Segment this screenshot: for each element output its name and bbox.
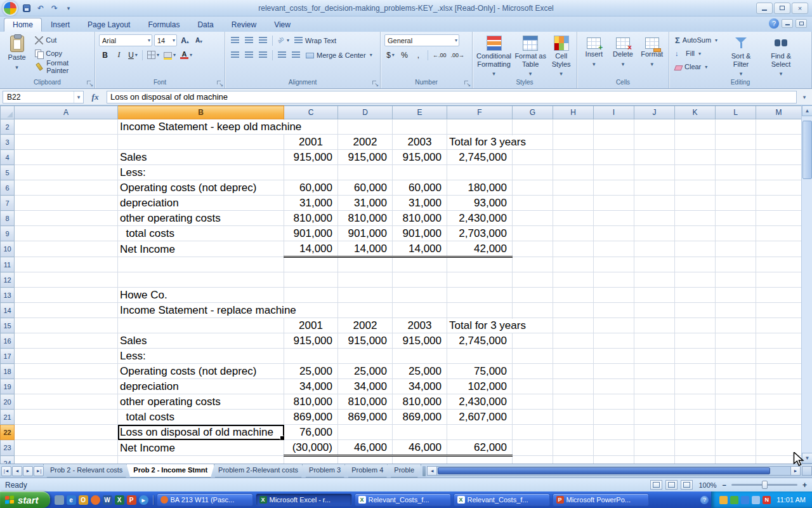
cell-D7[interactable]: 31,000 xyxy=(338,196,393,211)
cell-L21[interactable] xyxy=(716,410,756,425)
column-header-E[interactable]: E xyxy=(393,106,447,119)
cell-E10[interactable]: 14,000 xyxy=(393,241,447,257)
grow-font-button[interactable]: A xyxy=(179,34,191,46)
top-align-button[interactable] xyxy=(229,34,241,46)
workbook-minimize-button[interactable] xyxy=(782,19,793,28)
decrease-decimal-button[interactable]: .00→ xyxy=(450,49,466,61)
row-header-13[interactable]: 13 xyxy=(1,288,15,303)
sheet-tab-proble[interactable]: Proble xyxy=(387,464,421,478)
cell-F6[interactable]: 180,000 xyxy=(447,180,513,196)
cell-H7[interactable] xyxy=(553,196,594,211)
underline-button[interactable]: U xyxy=(127,49,139,61)
cell-I2[interactable] xyxy=(594,119,634,135)
column-header-J[interactable]: J xyxy=(634,106,675,119)
cell-I6[interactable] xyxy=(594,180,634,196)
cell-A4[interactable] xyxy=(15,150,118,165)
column-header-M[interactable]: M xyxy=(756,106,802,119)
ribbon-tab-formulas[interactable]: Formulas xyxy=(139,18,188,32)
cell-H15[interactable] xyxy=(553,318,594,333)
cell-F11[interactable] xyxy=(447,257,513,272)
cell-D2[interactable] xyxy=(338,119,393,135)
cell-M11[interactable] xyxy=(756,257,802,272)
cell-D24[interactable] xyxy=(338,456,393,464)
zoom-slider-thumb[interactable] xyxy=(762,481,768,489)
vertical-scrollbar-thumb[interactable] xyxy=(802,121,812,179)
cell-F20[interactable]: 2,430,000 xyxy=(447,394,513,410)
cell-C21[interactable]: 869,000 xyxy=(284,410,338,425)
cell-D9[interactable]: 901,000 xyxy=(338,226,393,241)
cell-C9[interactable]: 901,000 xyxy=(284,226,338,241)
cell-K9[interactable] xyxy=(675,226,716,241)
cell-H20[interactable] xyxy=(553,394,594,410)
shrink-font-button[interactable]: A xyxy=(193,34,205,46)
cell-J13[interactable] xyxy=(634,288,675,303)
cell-I16[interactable] xyxy=(594,333,634,349)
cell-H6[interactable] xyxy=(553,180,594,196)
sort-filter-button[interactable]: Sort & Filter xyxy=(723,34,759,77)
cell-E18[interactable]: 25,000 xyxy=(393,364,447,379)
cell-K8[interactable] xyxy=(675,211,716,226)
cell-M14[interactable] xyxy=(756,303,802,318)
cell-D11[interactable] xyxy=(338,257,393,272)
cell-H9[interactable] xyxy=(553,226,594,241)
cell-B3[interactable] xyxy=(118,135,284,150)
sheet-tab-prob-2-relevant-costs[interactable]: Prob 2 - Relevant costs xyxy=(43,464,129,478)
conditional-formatting-button[interactable]: Conditional Formatting xyxy=(476,34,511,77)
cell-C16[interactable]: 915,000 xyxy=(284,333,338,349)
cell-I15[interactable] xyxy=(594,318,634,333)
cell-I7[interactable] xyxy=(594,196,634,211)
cell-L6[interactable] xyxy=(716,180,756,196)
row-header-4[interactable]: 4 xyxy=(1,150,15,165)
cell-F8[interactable]: 2,430,000 xyxy=(447,211,513,226)
cell-M8[interactable] xyxy=(756,211,802,226)
cell-I20[interactable] xyxy=(594,394,634,410)
cell-D14[interactable] xyxy=(338,303,393,318)
cell-H19[interactable] xyxy=(553,379,594,394)
comma-style-button[interactable]: , xyxy=(412,49,424,61)
cell-K21[interactable] xyxy=(675,410,716,425)
taskbar-window-button[interactable]: XRelevant_Costs_f... xyxy=(355,493,451,506)
cell-F15[interactable]: Total for 3 years xyxy=(447,318,513,333)
cell-I4[interactable] xyxy=(594,150,634,165)
cell-G11[interactable] xyxy=(513,257,553,272)
cell-B13[interactable]: Howe Co. xyxy=(118,288,284,303)
cell-B23[interactable]: Net Income xyxy=(118,440,284,456)
cell-H12[interactable] xyxy=(553,272,594,288)
cell-J23[interactable] xyxy=(634,440,675,456)
cell-E13[interactable] xyxy=(393,288,447,303)
start-button[interactable]: start xyxy=(0,491,50,508)
cell-H14[interactable] xyxy=(553,303,594,318)
cell-J21[interactable] xyxy=(634,410,675,425)
cell-I18[interactable] xyxy=(594,364,634,379)
cell-G10[interactable] xyxy=(513,241,553,257)
cell-M3[interactable] xyxy=(756,135,802,150)
row-header-11[interactable]: 11 xyxy=(1,257,15,272)
number-format-select[interactable]: General xyxy=(384,34,459,46)
cell-B16[interactable]: Sales xyxy=(118,333,284,349)
row-header-2[interactable]: 2 xyxy=(1,119,15,135)
cell-D21[interactable]: 869,000 xyxy=(338,410,393,425)
network-icon[interactable] xyxy=(741,496,749,504)
cell-J12[interactable] xyxy=(634,272,675,288)
ribbon-tab-page-layout[interactable]: Page Layout xyxy=(79,18,139,32)
cell-B8[interactable]: other operating costs xyxy=(118,211,284,226)
cell-L20[interactable] xyxy=(716,394,756,410)
cell-A14[interactable] xyxy=(15,303,118,318)
cell-D23[interactable]: 46,000 xyxy=(338,440,393,456)
cell-H2[interactable] xyxy=(553,119,594,135)
delete-cells-button[interactable]: Delete xyxy=(610,34,636,67)
cell-C10[interactable]: 14,000 xyxy=(284,241,338,257)
cell-C13[interactable] xyxy=(284,288,338,303)
cell-M23[interactable] xyxy=(756,440,802,456)
word-icon[interactable]: W xyxy=(103,495,112,505)
column-header-I[interactable]: I xyxy=(594,106,634,119)
cell-A12[interactable] xyxy=(15,272,118,288)
cell-L15[interactable] xyxy=(716,318,756,333)
cell-A10[interactable] xyxy=(15,241,118,257)
cell-G9[interactable] xyxy=(513,226,553,241)
cell-M10[interactable] xyxy=(756,241,802,257)
cell-A2[interactable] xyxy=(15,119,118,135)
column-header-H[interactable]: H xyxy=(553,106,594,119)
cell-K4[interactable] xyxy=(675,150,716,165)
cell-J5[interactable] xyxy=(634,165,675,180)
